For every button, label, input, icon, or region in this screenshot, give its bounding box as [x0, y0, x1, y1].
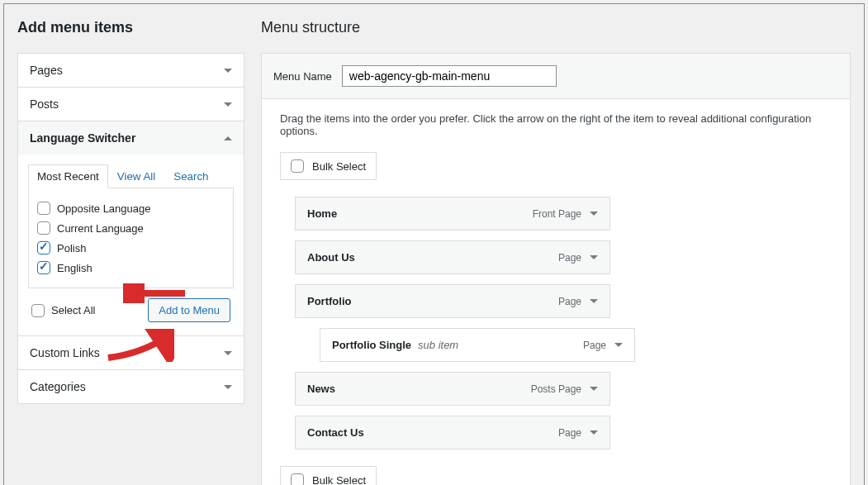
chevron-down-icon[interactable] [590, 299, 598, 303]
checkbox-input[interactable] [291, 473, 304, 485]
menu-item[interactable]: PortfolioPage [295, 284, 610, 318]
chevron-down-icon [224, 351, 232, 355]
checkbox-input[interactable] [37, 221, 50, 235]
section-categories-label: Categories [30, 380, 86, 393]
menu-item[interactable]: Contact UsPage [295, 416, 610, 449]
menu-settings-panel: Menu Name Drag the items into the order … [261, 53, 851, 485]
menu-name-input[interactable] [342, 65, 557, 87]
checkbox-input[interactable] [37, 202, 50, 215]
section-language-label: Language Switcher [30, 131, 135, 145]
checkbox-label: Opposite Language [57, 202, 150, 215]
add-items-heading: Add menu items [17, 19, 244, 36]
menu-item-type: Page [558, 296, 581, 307]
tab-most-recent[interactable]: Most Recent [28, 164, 108, 188]
section-pages[interactable]: Pages [18, 54, 244, 87]
menu-item-type: Posts Page [531, 383, 581, 395]
section-posts-label: Posts [30, 97, 59, 111]
checkbox-input[interactable] [291, 159, 304, 173]
bulk-select-bottom[interactable]: Bulk Select [280, 466, 377, 485]
menu-items-list: HomeFront PageAbout UsPagePortfolioPageP… [280, 197, 832, 449]
menu-item-title: Portfolio [307, 295, 351, 307]
menu-item-type: Page [558, 427, 581, 439]
menu-item-title: Contact Us [307, 426, 364, 439]
section-language-switcher[interactable]: Language Switcher [18, 121, 244, 155]
add-to-menu-button[interactable]: Add to Menu [148, 298, 230, 322]
chevron-down-icon[interactable] [590, 212, 598, 216]
section-categories[interactable]: Categories [18, 370, 244, 403]
menu-item-subtext: sub item [418, 339, 458, 351]
menu-item[interactable]: NewsPosts Page [295, 372, 610, 406]
checkbox-input[interactable] [37, 241, 50, 254]
checkbox-current-language[interactable]: Current Language [37, 218, 225, 238]
bulk-select-label: Bulk Select [312, 160, 366, 173]
chevron-down-icon [224, 102, 232, 107]
accordion: Pages Posts Language Switcher Most Recen [17, 53, 244, 404]
checkbox-input[interactable] [31, 304, 45, 317]
chevron-down-icon[interactable] [590, 387, 598, 391]
chevron-up-icon [224, 136, 232, 140]
checkbox-polish[interactable]: Polish [37, 238, 225, 258]
menu-item[interactable]: HomeFront Page [295, 197, 610, 231]
checkbox-opposite-language[interactable]: Opposite Language [37, 198, 225, 218]
tab-search[interactable]: Search [164, 164, 217, 188]
bulk-select-label: Bulk Select [312, 474, 366, 486]
chevron-down-icon[interactable] [614, 343, 623, 347]
checkbox-label: Current Language [57, 222, 144, 235]
menu-item-title: Home [307, 207, 337, 220]
menu-item-title: News [307, 383, 335, 395]
checkbox-english[interactable]: English [37, 258, 225, 278]
menu-name-label: Menu Name [273, 70, 332, 83]
section-custom-links[interactable]: Custom Links [18, 336, 244, 369]
instructions-text: Drag the items into the order you prefer… [280, 112, 832, 137]
section-posts[interactable]: Posts [18, 88, 244, 121]
section-custom-label: Custom Links [30, 346, 100, 359]
menu-item-title: Portfolio Single [332, 339, 411, 351]
menu-item-type: Page [583, 340, 606, 351]
section-pages-label: Pages [30, 64, 63, 77]
checkbox-label: Polish [57, 242, 86, 254]
chevron-down-icon [224, 385, 232, 389]
menu-item-type: Page [558, 252, 581, 264]
menu-item[interactable]: About UsPage [295, 240, 610, 274]
bulk-select-top[interactable]: Bulk Select [280, 152, 377, 180]
chevron-down-icon[interactable] [590, 430, 598, 435]
menu-structure-heading: Menu structure [261, 19, 851, 36]
menu-item[interactable]: Portfolio Singlesub itemPage [320, 328, 635, 362]
chevron-down-icon[interactable] [590, 255, 598, 259]
tab-view-all[interactable]: View All [108, 164, 164, 188]
checkbox-input[interactable] [37, 261, 50, 274]
menu-item-title: About Us [307, 251, 355, 264]
checkbox-select-all[interactable]: Select All [31, 301, 95, 321]
chevron-down-icon [224, 69, 232, 73]
checkbox-label: Select All [51, 304, 95, 316]
menu-item-type: Front Page [533, 208, 581, 220]
checkbox-label: English [57, 262, 92, 274]
